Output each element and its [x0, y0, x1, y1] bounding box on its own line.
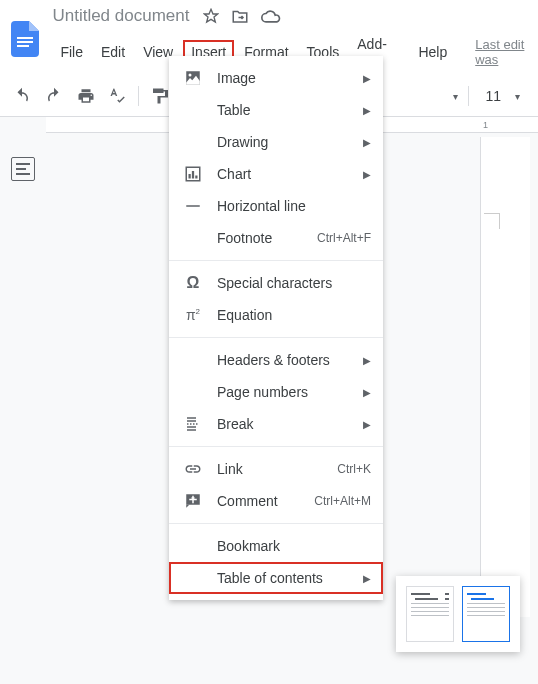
menu-item-footnote[interactable]: FootnoteCtrl+Alt+F — [169, 222, 383, 254]
menu-item-equation[interactable]: π2Equation — [169, 299, 383, 331]
menu-item-table[interactable]: Table▶ — [169, 94, 383, 126]
svg-rect-1 — [17, 41, 33, 43]
svg-rect-9 — [189, 174, 191, 179]
submenu-arrow-icon: ▶ — [363, 355, 371, 366]
svg-rect-16 — [189, 499, 197, 501]
comment-icon — [183, 491, 203, 511]
svg-rect-4 — [16, 168, 26, 170]
font-size-input[interactable]: 11 — [479, 88, 507, 104]
outline-toggle[interactable] — [11, 157, 35, 181]
insert-dropdown: Image▶Table▶Drawing▶Chart▶Horizontal lin… — [169, 56, 383, 600]
submenu-arrow-icon: ▶ — [363, 169, 371, 180]
menu-item-chart[interactable]: Chart▶ — [169, 158, 383, 190]
print-button[interactable] — [72, 82, 100, 110]
undo-button[interactable] — [8, 82, 36, 110]
submenu-arrow-icon: ▶ — [363, 387, 371, 398]
svg-rect-12 — [186, 205, 200, 207]
svg-rect-11 — [195, 176, 197, 179]
break-icon — [183, 414, 203, 434]
svg-rect-2 — [17, 45, 29, 47]
svg-rect-5 — [16, 173, 30, 175]
pi-icon: π2 — [183, 305, 203, 325]
last-edit-link[interactable]: Last edit was — [475, 37, 538, 67]
menu-file[interactable]: File — [52, 40, 91, 64]
toc-submenu — [396, 576, 520, 652]
blank-icon — [183, 382, 203, 402]
image-icon — [183, 68, 203, 88]
menu-item-drawing[interactable]: Drawing▶ — [169, 126, 383, 158]
svg-point-7 — [189, 74, 192, 77]
menu-help[interactable]: Help — [410, 40, 455, 64]
menu-item-table-of-contents[interactable]: Table of contents▶ — [169, 562, 383, 594]
menu-item-horizontal-line[interactable]: Horizontal line — [169, 190, 383, 222]
svg-rect-3 — [16, 163, 30, 165]
svg-rect-0 — [17, 37, 33, 39]
submenu-arrow-icon: ▶ — [363, 73, 371, 84]
menu-edit[interactable]: Edit — [93, 40, 133, 64]
blank-icon — [183, 350, 203, 370]
menu-item-link[interactable]: LinkCtrl+K — [169, 453, 383, 485]
cloud-icon[interactable] — [261, 8, 281, 24]
submenu-arrow-icon: ▶ — [363, 137, 371, 148]
hline-icon — [183, 196, 203, 216]
blank-icon — [183, 132, 203, 152]
move-icon[interactable] — [231, 7, 249, 25]
document-page[interactable] — [480, 137, 530, 617]
menu-item-headers-&-footers[interactable]: Headers & footers▶ — [169, 344, 383, 376]
star-icon[interactable] — [203, 8, 219, 24]
svg-rect-10 — [192, 171, 194, 179]
font-size-dropdown[interactable]: ▾ — [515, 91, 520, 102]
chart-icon — [183, 164, 203, 184]
document-title[interactable]: Untitled document — [52, 6, 189, 26]
menu-item-comment[interactable]: CommentCtrl+Alt+M — [169, 485, 383, 517]
submenu-arrow-icon: ▶ — [363, 573, 371, 584]
omega-icon: Ω — [183, 273, 203, 293]
menu-item-bookmark[interactable]: Bookmark — [169, 530, 383, 562]
spellcheck-button[interactable] — [104, 82, 132, 110]
redo-button[interactable] — [40, 82, 68, 110]
blank-icon — [183, 568, 203, 588]
submenu-arrow-icon: ▶ — [363, 419, 371, 430]
menu-item-page-numbers[interactable]: Page numbers▶ — [169, 376, 383, 408]
blank-icon — [183, 100, 203, 120]
docs-logo[interactable] — [8, 18, 42, 60]
submenu-arrow-icon: ▶ — [363, 105, 371, 116]
toc-links-option[interactable] — [462, 586, 510, 642]
menu-item-break[interactable]: Break▶ — [169, 408, 383, 440]
blank-icon — [183, 536, 203, 556]
font-family-dropdown[interactable]: ▾ — [453, 91, 458, 102]
blank-icon — [183, 228, 203, 248]
menu-item-image[interactable]: Image▶ — [169, 62, 383, 94]
link-icon — [183, 459, 203, 479]
menu-item-special-characters[interactable]: ΩSpecial characters — [169, 267, 383, 299]
toc-plain-option[interactable] — [406, 586, 454, 642]
